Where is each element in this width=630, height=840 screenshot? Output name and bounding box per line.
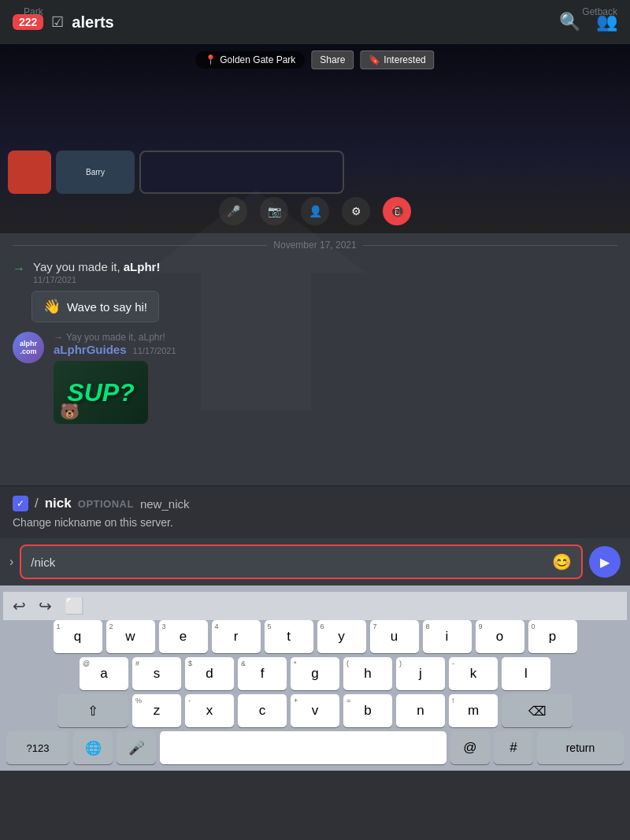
- bear-emoji: 🐻: [60, 402, 80, 421]
- key-p[interactable]: 0p: [528, 620, 577, 653]
- sub-arrow-icon: →: [54, 332, 63, 343]
- send-button[interactable]: ▶: [589, 546, 621, 578]
- channel-name: alerts: [72, 13, 113, 32]
- key-e[interactable]: 3e: [159, 620, 208, 653]
- bookmark-icon: 🔖: [369, 54, 380, 65]
- key-q[interactable]: 1q: [54, 620, 102, 653]
- person-button[interactable]: 👤: [301, 197, 329, 225]
- key-hash[interactable]: #: [494, 731, 533, 764]
- system-message-1: → Yay you made it, aLphr! 11/17/2021: [0, 257, 630, 288]
- sup-sticker: SUP? 🐻: [54, 361, 148, 424]
- undo-icon[interactable]: ↩: [13, 597, 26, 615]
- system-message-1-content: Yay you made it, aLphr! 11/17/2021: [33, 260, 160, 284]
- emoji-button[interactable]: 😊: [552, 552, 572, 571]
- message-header-1: aLphrGuides 11/17/2021: [54, 343, 617, 356]
- key-y[interactable]: 6y: [317, 620, 366, 653]
- key-c[interactable]: c: [238, 694, 287, 727]
- key-l[interactable]: l: [502, 657, 550, 690]
- key-space[interactable]: [160, 731, 447, 764]
- key-backspace[interactable]: ⌫: [502, 694, 573, 727]
- keyboard-toolbar: ↩ ↪ ⬜: [3, 592, 627, 620]
- date-separator: November 17, 2021: [0, 233, 630, 257]
- avatar-image: alphr.com: [13, 332, 44, 363]
- video-overlay-bar: 📍 Golden Gate Park Share 🔖 Interested: [195, 50, 434, 69]
- video-avatar-1: [8, 151, 51, 194]
- video-area: 📍 Golden Gate Park Share 🔖 Interested Ba…: [0, 44, 630, 233]
- wave-button[interactable]: 👋 Wave to say hi!: [32, 291, 159, 322]
- sub-message-text: Yay you made it, aLphr!: [66, 332, 165, 343]
- key-globe[interactable]: 🌐: [73, 731, 113, 764]
- username-1: aLphrGuides: [54, 343, 127, 356]
- key-return[interactable]: return: [537, 731, 624, 764]
- message-timestamp-1: 11/17/2021: [133, 346, 176, 355]
- search-icon[interactable]: 🔍: [559, 12, 580, 32]
- date-line-left: [13, 245, 267, 246]
- text-input-wrapper: 😊: [20, 545, 583, 579]
- key-mic[interactable]: 🎤: [117, 731, 156, 764]
- arrow-icon-1: →: [13, 262, 25, 276]
- video-main: [139, 151, 344, 194]
- key-at[interactable]: @: [450, 731, 490, 764]
- keyboard-row-3: ⇧ %z -x c +v =b n !m ⌫: [3, 694, 627, 727]
- camera-button[interactable]: 📷: [260, 197, 288, 225]
- send-icon: ▶: [600, 555, 610, 570]
- key-h[interactable]: (h: [343, 657, 392, 690]
- key-w[interactable]: 2w: [106, 620, 155, 653]
- video-avatar-2: Barry: [56, 151, 135, 194]
- key-d[interactable]: $d: [185, 657, 234, 690]
- key-j[interactable]: )j: [396, 657, 445, 690]
- key-o[interactable]: 9o: [476, 620, 524, 653]
- key-x[interactable]: -x: [185, 694, 234, 727]
- message-with-avatar-1: alphr.com → Yay you made it, aLphr! aLph…: [0, 325, 630, 430]
- location-text: Golden Gate Park: [220, 54, 295, 65]
- message-input[interactable]: [31, 556, 546, 569]
- keyboard-row-2: @a #s $d &f *g (h )j -k l: [3, 657, 627, 690]
- end-call-button[interactable]: 📵: [383, 197, 411, 225]
- redo-icon[interactable]: ↪: [39, 597, 52, 615]
- key-z[interactable]: %z: [132, 694, 181, 727]
- key-r[interactable]: 4r: [212, 620, 261, 653]
- channel-icon: ☑: [51, 13, 64, 31]
- command-name: nick: [45, 496, 72, 511]
- key-v[interactable]: +v: [291, 694, 339, 727]
- interested-button[interactable]: 🔖 Interested: [360, 50, 434, 69]
- top-bar: Park Getback 222 ☑ alerts 🔍 👥: [0, 0, 630, 44]
- avatar-alphrguides: alphr.com: [13, 332, 44, 363]
- location-icon: 📍: [205, 54, 217, 65]
- key-f[interactable]: &f: [238, 657, 287, 690]
- command-header: ✓ / nick OPTIONAL new_nick: [13, 496, 617, 511]
- input-area: › 😊 ▶: [0, 538, 630, 585]
- key-b[interactable]: =b: [343, 694, 392, 727]
- key-numbers[interactable]: ?123: [6, 731, 69, 764]
- message-content-1: → Yay you made it, aLphr! aLphrGuides 11…: [54, 332, 617, 424]
- key-u[interactable]: 7u: [370, 620, 419, 653]
- key-i[interactable]: 8i: [423, 620, 472, 653]
- key-g[interactable]: *g: [291, 657, 339, 690]
- platform-label: Park: [24, 6, 43, 17]
- wave-button-text: Wave to say hi!: [67, 300, 147, 314]
- paste-icon[interactable]: ⬜: [65, 597, 84, 615]
- date-line-right: [363, 245, 617, 246]
- settings-button[interactable]: ⚙: [342, 197, 370, 225]
- chevron-right-icon[interactable]: ›: [9, 555, 13, 569]
- video-avatars-row: Barry: [0, 151, 630, 194]
- keyboard-row-4: ?123 🌐 🎤 @ # return: [3, 731, 627, 764]
- interested-label: Interested: [384, 54, 425, 65]
- avatar-name: Barry: [86, 168, 105, 177]
- command-slash: /: [35, 496, 39, 511]
- key-k[interactable]: -k: [449, 657, 498, 690]
- key-s[interactable]: #s: [132, 657, 181, 690]
- mic-button[interactable]: 🎤: [219, 197, 247, 225]
- command-optional: OPTIONAL: [78, 498, 134, 510]
- video-controls: 🎤 📷 👤 ⚙ 📵: [0, 197, 630, 225]
- system-message-1-timestamp: 11/17/2021: [33, 275, 160, 284]
- key-n[interactable]: n: [396, 694, 445, 727]
- command-checkbox: ✓: [13, 496, 28, 511]
- key-m[interactable]: !m: [449, 694, 498, 727]
- command-param: new_nick: [140, 497, 190, 511]
- system-message-1-text: Yay you made it, aLphr!: [33, 260, 160, 273]
- share-button[interactable]: Share: [311, 50, 354, 69]
- key-t[interactable]: 5t: [265, 620, 313, 653]
- key-a[interactable]: @a: [80, 657, 128, 690]
- key-shift[interactable]: ⇧: [57, 694, 128, 727]
